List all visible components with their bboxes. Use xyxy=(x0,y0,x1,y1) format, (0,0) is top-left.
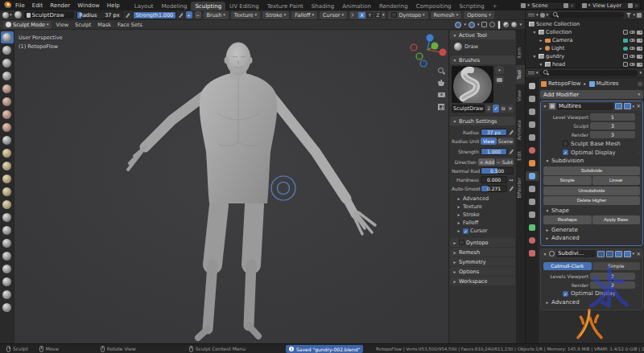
direction-add-button[interactable]: + Add xyxy=(478,158,496,166)
radius-unit-view-button[interactable]: View xyxy=(481,138,497,145)
autosmooth-slider[interactable]: 0.271 xyxy=(481,185,507,192)
expand-icon[interactable]: ▾ xyxy=(532,54,537,59)
brush-settings-panel-header[interactable]: ▾ Brush Settings xyxy=(450,117,515,125)
generate-subpanel-header[interactable]: ▸ Generate xyxy=(543,226,640,234)
falloff-subsection[interactable]: ▸Falloff xyxy=(452,219,514,227)
dyntopo-checkbox[interactable] xyxy=(459,240,464,245)
subsurf-modifier-header[interactable]: ▾ Subdivi... ▾ × xyxy=(541,249,642,259)
sidebar-tab-view[interactable]: View xyxy=(516,85,525,106)
outliner-search-input[interactable] xyxy=(550,12,624,18)
multires-modifier-header[interactable]: ▾ Multires ▾ × xyxy=(541,101,642,111)
sidebar-tab-edit[interactable]: Edit xyxy=(516,146,525,166)
outliner-row-head[interactable]: ▾ head xyxy=(526,60,644,68)
subdivide-linear-button[interactable]: Linear xyxy=(592,176,641,185)
exclude-checkbox[interactable] xyxy=(623,30,628,35)
modifier-name-field[interactable]: Subdivi... xyxy=(556,250,596,257)
sculpt-brush-tool-9[interactable] xyxy=(1,147,14,159)
cursor-subsection[interactable]: ▸✓Cursor xyxy=(452,227,514,235)
radius-slider[interactable]: Radius 37 px xyxy=(76,11,123,19)
properties-tab-world[interactable] xyxy=(526,146,539,155)
falloff-menu[interactable]: Falloff▾ xyxy=(291,11,317,19)
hide-eye-icon[interactable] xyxy=(630,63,635,67)
sidebar-tab-bpainter[interactable]: BPainter xyxy=(516,173,525,203)
symmetry-z-toggle[interactable]: Z xyxy=(374,12,382,18)
sidebar-tab-animate[interactable]: Animate xyxy=(516,115,525,145)
duplicate-icon[interactable]: ⧉ xyxy=(500,105,506,113)
brush-preview-thumbnail[interactable] xyxy=(452,66,493,103)
catmull-clark-button[interactable]: Catmull-Clark xyxy=(543,262,592,270)
delete-modifier-icon[interactable]: × xyxy=(636,251,641,257)
close-icon[interactable]: × xyxy=(570,2,574,8)
filter-icon[interactable] xyxy=(625,13,631,18)
camera-view-button[interactable] xyxy=(436,90,446,100)
pan-button[interactable] xyxy=(436,78,446,88)
show-gizmo-toggle[interactable] xyxy=(455,22,461,28)
subdivide-button[interactable]: Subdivide xyxy=(543,166,640,175)
hide-eye-icon[interactable] xyxy=(630,55,635,59)
brush-name-field[interactable]: SculptDraw xyxy=(452,105,485,113)
advanced-subpanel-header[interactable]: ▸ Advanced xyxy=(543,298,640,306)
disable-render-icon[interactable] xyxy=(637,31,642,35)
outliner-row-scene-collection[interactable]: Scene Collection xyxy=(526,20,644,28)
active-tool-row[interactable]: Draw xyxy=(452,41,514,51)
properties-tab-particles[interactable] xyxy=(526,184,539,194)
tab-uv-editing[interactable]: UV Editing xyxy=(225,2,263,10)
close-icon[interactable]: × xyxy=(634,2,638,8)
sidebar-tab-item[interactable]: Item xyxy=(516,43,525,64)
sculpt-brush-tool-16[interactable] xyxy=(1,237,14,249)
sculpt-brush-tool-11[interactable] xyxy=(1,173,14,185)
tab-layout[interactable]: Layout xyxy=(130,2,158,10)
menu-edit[interactable]: Edit xyxy=(29,2,47,9)
pin-icon[interactable]: ◎ xyxy=(638,80,642,87)
animate-property-icon[interactable] xyxy=(509,186,514,191)
expand-icon[interactable]: ▸ xyxy=(539,46,543,51)
properties-tab-modifiers[interactable] xyxy=(526,171,539,181)
remesh-menu[interactable]: Remesh▾ xyxy=(431,11,462,19)
minus-button[interactable]: − xyxy=(195,11,201,18)
extras-menu-icon[interactable]: ▾ xyxy=(633,105,635,109)
animate-property-icon[interactable] xyxy=(179,12,184,18)
workspace-panel-header[interactable]: ▸Workspace xyxy=(450,277,515,285)
plus-button[interactable]: + xyxy=(186,11,192,18)
brush-menu[interactable]: Brush▾ xyxy=(204,11,229,19)
disable-render-icon[interactable] xyxy=(637,47,642,51)
hardness-slider[interactable]: 0.000 xyxy=(481,176,507,183)
disable-render-icon[interactable] xyxy=(637,39,642,43)
sculpt-brush-tool-20[interactable] xyxy=(1,289,14,301)
optimal-display-checkbox[interactable]: ✓ xyxy=(563,150,568,155)
expand-icon[interactable]: ▸ xyxy=(539,38,543,43)
properties-tab-object-data[interactable] xyxy=(526,223,539,232)
zoom-button[interactable] xyxy=(436,66,446,76)
cursor-menu[interactable]: Cursor▾ xyxy=(320,11,347,19)
properties-tab-view-layer[interactable] xyxy=(526,120,539,129)
show-viewport-toggle[interactable] xyxy=(615,251,622,257)
unsubdivide-button[interactable]: Unsubdivide xyxy=(543,187,640,195)
radius-slider[interactable]: 37 px xyxy=(481,129,507,136)
sculpt-brush-tool-7[interactable] xyxy=(1,121,14,133)
options-panel-header[interactable]: ▸Options xyxy=(450,267,515,276)
exclude-checkbox[interactable] xyxy=(623,62,628,67)
delete-higher-button[interactable]: Delete Higher xyxy=(543,196,640,205)
apply-base-button[interactable]: Apply Base xyxy=(592,215,641,224)
brushes-panel-header[interactable]: ▾ Brushes xyxy=(450,55,515,64)
add-modifier-dropdown[interactable]: Add Modifier ▾ xyxy=(540,90,643,99)
outliner-row-collection[interactable]: ▾ Collection xyxy=(526,28,644,36)
advanced-subpanel-header[interactable]: ▸ Advanced xyxy=(543,234,640,242)
link-arrows-icon[interactable]: ↔ xyxy=(509,177,514,183)
users-count-button[interactable]: 2 xyxy=(485,105,492,113)
stroke-menu[interactable]: Stroke▾ xyxy=(262,11,289,19)
animate-property-icon[interactable] xyxy=(509,149,514,154)
on-cage-toggle[interactable] xyxy=(597,251,605,257)
expand-icon[interactable]: ▾ xyxy=(539,62,543,67)
show-overlays-toggle[interactable] xyxy=(469,22,475,28)
menu-mask[interactable]: Mask xyxy=(96,22,113,28)
extras-menu-icon[interactable]: ▾ xyxy=(633,252,635,256)
sculpt-brush-tool-18[interactable] xyxy=(1,263,14,275)
tab-scripting[interactable]: Scripting xyxy=(456,2,489,10)
sculpt-base-mesh-checkbox[interactable] xyxy=(563,141,568,146)
menu-face-sets[interactable]: Face Sets xyxy=(116,22,144,28)
outliner-row-camera[interactable]: ▸ Camera xyxy=(526,36,644,44)
properties-tab-object[interactable] xyxy=(526,158,539,168)
shading-rendered-button[interactable] xyxy=(511,22,517,27)
symmetry-y-toggle[interactable]: Y xyxy=(366,12,374,18)
